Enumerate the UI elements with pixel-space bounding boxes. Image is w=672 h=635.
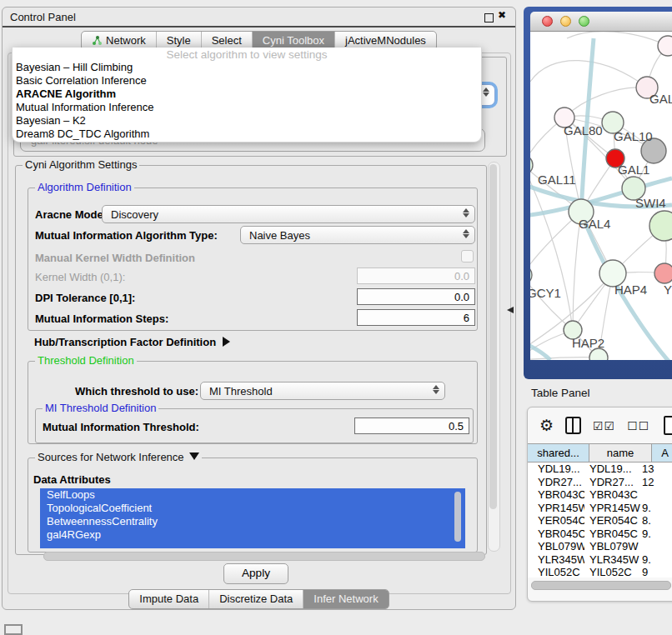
threshold-definition-groupbox: Threshold Definition Which threshold to … [28,361,478,444]
minimize-traffic-light-icon[interactable] [560,16,571,27]
dropdown-item[interactable]: Bayesian – K2 [13,114,481,128]
dpi-tolerance-field[interactable]: 0.0 [357,288,475,305]
network-edge [530,275,573,330]
network-node[interactable] [589,348,608,360]
node-label-gal1: GAL1 [618,162,649,177]
settings-horizontal-scrollbar[interactable] [43,552,485,561]
which-threshold-label: Which threshold to use: [75,385,198,398]
network-view-window: GAL7GAL80GAL10GAL1GAL11SWI4GAL4GCY1HAP4Y… [524,7,672,379]
attribute-item[interactable]: BetweennessCentrality [40,515,465,528]
deselect-all-checkboxes-icon[interactable]: ☐☐ [627,419,649,432]
kernel-width-label: Kernel Width (0,1): [35,271,125,283]
table-header-row: shared... name A [528,443,672,462]
mi-type-combo[interactable]: Naive Bayes [240,226,475,244]
table-horizontal-scrollbar[interactable] [531,581,671,590]
table-row[interactable]: YBR045C YBR045C 9. [528,528,672,541]
node-label-hap2: HAP2 [572,336,604,350]
sources-groupbox: Sources for Network Inference Data Attri… [28,458,478,552]
close-traffic-light-icon[interactable] [542,16,553,27]
network-node-y[interactable] [654,263,672,283]
stepper-icon [463,229,469,238]
table-row[interactable]: YBL079W YBL079W [528,540,672,553]
list-scrollbar-thumb[interactable] [454,492,461,542]
dropdown-item[interactable]: ARACNE Algorithm [13,88,481,101]
attribute-item[interactable]: SelfLoops [40,488,465,502]
table-rows: YDL19... YDL19... 13 YDR27... YDR27... 1… [528,462,672,578]
table-row[interactable]: YPR145W YPR145W 9. [528,502,672,515]
column-header-a[interactable]: A [652,444,672,462]
table-row[interactable]: YDL19... YDL19... 13 [528,462,672,476]
minimized-panel-icon[interactable] [4,624,23,635]
manual-kernel-checkbox[interactable] [461,250,474,262]
dpi-tolerance-label: DPI Tolerance [0,1]: [35,292,135,304]
apply-button[interactable]: Apply [223,563,288,584]
zoom-traffic-light-icon[interactable] [579,16,589,27]
dropdown-item[interactable]: Basic Correlation Inference [13,74,481,88]
mouse-cursor [507,307,514,313]
node-label-gal7: GAL7 [649,92,672,106]
stepper-icon [463,208,469,218]
table-row[interactable]: YDR27... YDR27... 12 [528,476,672,489]
node-label-gal11: GAL11 [538,172,576,187]
collapsed-arrow-icon [223,337,230,347]
tab-impute-data[interactable]: Impute Data [129,590,208,608]
network-edge [564,88,647,118]
data-attributes-list[interactable]: SelfLoopsTopologicalCoefficientBetweenne… [40,488,465,548]
settings-vertical-scrollbar[interactable] [488,162,500,552]
node-label-gal10: GAL10 [614,129,653,143]
algorithm-dropdown-popup: Select algorithm to view settings Bayesi… [12,48,482,142]
node-label-gcy1: GCY1 [530,286,561,300]
bottom-tab-bar: Impute Data Discretize Data Infer Networ… [3,589,515,609]
node-label-gal4: GAL4 [579,217,610,231]
kernel-width-field[interactable]: 0.0 [357,268,475,284]
dropdown-placeholder: Select algorithm to view settings [13,48,481,61]
column-header-shared-name[interactable]: shared... [528,444,589,462]
network-node[interactable] [658,36,672,56]
table-row[interactable]: YIL052C YIL052C 9 [528,566,672,578]
dropdown-item[interactable]: Mutual Information Inference [13,101,481,114]
sources-title[interactable]: Sources for Network Inference [35,451,202,463]
node-label-swi4: SWI4 [635,196,666,210]
gear-icon[interactable]: ⚙ [539,418,554,433]
table-row[interactable]: YLR345W YLR345W 9. [528,553,672,567]
table-toolbar: ⚙ ☑☑ ☐☐ [528,408,672,443]
mi-threshold-group-title: MI Threshold Definition [43,402,158,414]
stepper-icon [433,385,439,394]
close-icon[interactable]: ✖ [498,9,506,21]
cyni-algorithm-settings-groupbox: Cyni Algorithm Settings Algorithm Defini… [15,165,487,555]
attribute-item[interactable]: gal4RGexp [40,528,465,542]
columns-icon[interactable] [565,417,581,434]
table-row[interactable]: YER054C YER054C 8. [528,514,672,528]
network-node-swi4[interactable] [649,211,672,241]
mi-threshold-field[interactable]: 0.5 [354,418,469,434]
hub-section-toggle[interactable]: Hub/Transcription Factor Definition [34,336,230,348]
aracne-mode-combo[interactable]: Discovery [102,205,475,223]
mi-steps-label: Mutual Information Steps: [35,312,168,325]
select-all-checkboxes-icon[interactable]: ☑☑ [593,419,615,432]
function-builder-icon[interactable] [664,416,672,435]
dropdown-items: Bayesian – Hill ClimbingBasic Correlatio… [13,61,481,141]
titlebar-separator [3,26,515,28]
data-attributes-label: Data Attributes [33,473,111,486]
float-window-icon[interactable] [484,13,494,22]
network-edge [567,32,668,46]
mi-steps-field[interactable]: 6 [357,309,475,326]
attribute-item[interactable]: TopologicalCoefficient [40,502,465,515]
network-icon [92,35,103,46]
dropdown-item[interactable]: Dream8 DC_TDC Algorithm [13,128,481,141]
network-window-titlebar[interactable] [530,12,672,32]
network-canvas[interactable]: GAL7GAL80GAL10GAL1GAL11SWI4GAL4GCY1HAP4Y… [530,32,672,360]
network-node-gcy1[interactable] [530,265,532,285]
tab-discretize-data[interactable]: Discretize Data [208,590,303,608]
tab-infer-network[interactable]: Infer Network [303,590,388,608]
table-row[interactable]: YBR043C YBR043C [528,488,672,502]
which-threshold-combo[interactable]: MI Threshold [200,382,445,400]
scrollbar-thumb[interactable] [489,164,497,509]
threshold-definition-title: Threshold Definition [35,354,137,367]
dropdown-item[interactable]: Bayesian – Hill Climbing [13,61,481,74]
column-header-name[interactable]: name [589,444,652,462]
table-panel: ⚙ ☑☑ ☐☐ shared... name A YDL19... YDL19.… [527,407,672,602]
expanded-arrow-icon [189,452,199,460]
network-edge [530,357,599,360]
tab-network-label: Network [106,34,146,47]
